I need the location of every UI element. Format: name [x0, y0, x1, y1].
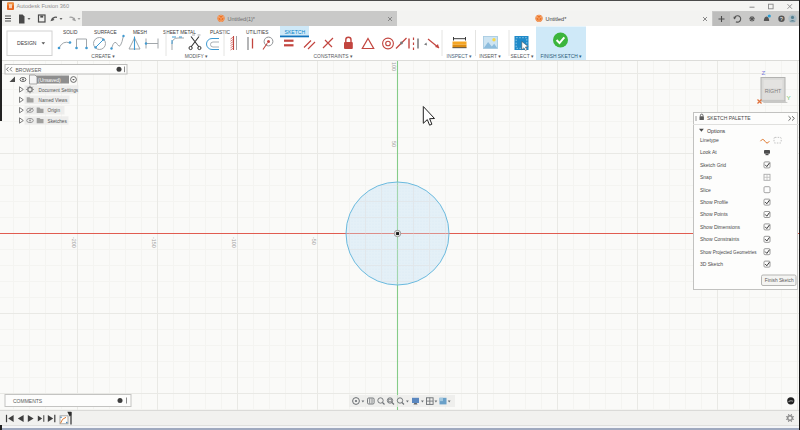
- svg-text:MODIFY ▾: MODIFY ▾: [185, 54, 208, 59]
- svg-text:INSPECT ▾: INSPECT ▾: [447, 54, 472, 59]
- svg-text:Slice: Slice: [700, 187, 711, 193]
- svg-text:Finish Sketch: Finish Sketch: [765, 278, 794, 283]
- svg-text:Show Profile: Show Profile: [700, 199, 728, 205]
- svg-text:BROWSER: BROWSER: [16, 67, 42, 73]
- svg-text:Snap: Snap: [700, 174, 712, 180]
- svg-text:FINISH SKETCH ▾: FINISH SKETCH ▾: [540, 54, 582, 59]
- svg-text:INSERT ▾: INSERT ▾: [479, 54, 501, 59]
- svg-text:UTILITIES: UTILITIES: [246, 30, 268, 35]
- svg-text:Named Views: Named Views: [39, 98, 68, 103]
- svg-text:SHEET METAL: SHEET METAL: [163, 30, 196, 35]
- svg-text:-100: -100: [231, 237, 237, 248]
- svg-text:Untitled(1)*: Untitled(1)*: [228, 16, 256, 22]
- svg-text:Show Dimensions: Show Dimensions: [700, 224, 741, 230]
- svg-text:Show Projected Geometries: Show Projected Geometries: [700, 250, 757, 255]
- svg-text:SOLID: SOLID: [63, 30, 78, 35]
- svg-text:-200: -200: [71, 237, 77, 248]
- svg-text:MESH: MESH: [133, 30, 147, 35]
- svg-text:Show Points: Show Points: [700, 211, 728, 217]
- svg-text:Sketch Grid: Sketch Grid: [700, 162, 726, 168]
- svg-text:Autodesk Fusion 360: Autodesk Fusion 360: [17, 3, 70, 9]
- svg-text:CONSTRAINTS ▾: CONSTRAINTS ▾: [314, 54, 353, 59]
- svg-text:Linetype: Linetype: [700, 137, 719, 143]
- svg-text:SKETCH: SKETCH: [285, 29, 306, 35]
- svg-text:-50: -50: [311, 237, 317, 245]
- svg-text:SURFACE: SURFACE: [94, 30, 117, 35]
- svg-text:PLASTIC: PLASTIC: [210, 30, 231, 35]
- svg-text:RIGHT: RIGHT: [765, 88, 782, 94]
- svg-text:COMMENTS: COMMENTS: [13, 398, 43, 404]
- svg-text:SELECT ▾: SELECT ▾: [511, 54, 534, 59]
- svg-text:50: 50: [391, 141, 397, 147]
- svg-text:Look At: Look At: [700, 149, 717, 155]
- svg-text:Show Constraints: Show Constraints: [700, 236, 740, 242]
- svg-text:SKETCH PALETTE: SKETCH PALETTE: [707, 115, 751, 121]
- svg-text:3D Sketch: 3D Sketch: [700, 261, 723, 267]
- svg-text:-150: -150: [151, 237, 157, 248]
- svg-text:Untitled*: Untitled*: [546, 16, 568, 22]
- svg-text:Options: Options: [707, 128, 726, 134]
- svg-text:DESIGN: DESIGN: [17, 40, 37, 46]
- svg-text:Document Settings: Document Settings: [39, 88, 79, 93]
- svg-text:Y: Y: [787, 94, 791, 101]
- svg-text:?: ?: [780, 16, 783, 22]
- svg-text:Origin: Origin: [48, 108, 61, 113]
- svg-text:Z: Z: [762, 69, 766, 76]
- svg-text:(Unsaved): (Unsaved): [38, 78, 61, 83]
- svg-text:CREATE ▾: CREATE ▾: [91, 54, 115, 59]
- svg-text:Sketches: Sketches: [48, 119, 68, 124]
